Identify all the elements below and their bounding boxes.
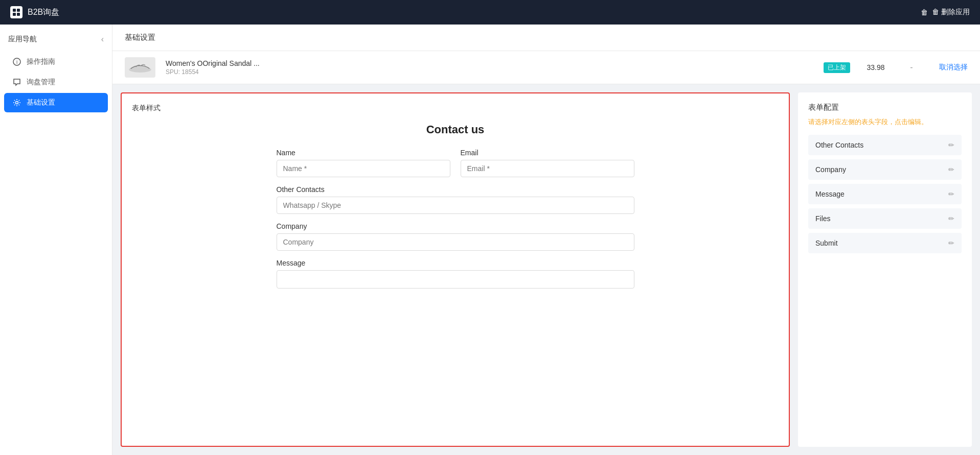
name-field-group: Name xyxy=(277,149,450,177)
svg-point-6 xyxy=(16,102,18,104)
sidebar-header: 应用导航 ‹ xyxy=(0,31,112,48)
message-label: Message xyxy=(277,259,634,267)
email-field-group: Email xyxy=(461,149,634,177)
product-status-badge: 已上架 xyxy=(824,62,850,73)
app-brand: B2B询盘 xyxy=(10,6,59,18)
edit-files-icon[interactable]: ✏ xyxy=(948,214,954,223)
config-item-company[interactable]: Company ✏ xyxy=(808,159,962,180)
edit-message-icon[interactable]: ✏ xyxy=(948,190,954,198)
config-item-files[interactable]: Files ✏ xyxy=(808,208,962,229)
app-title: B2B询盘 xyxy=(28,7,59,18)
name-email-row: Name Email xyxy=(277,149,634,177)
form-heading: Contact us xyxy=(277,123,634,136)
product-image xyxy=(125,57,155,78)
product-bar: Women's OOriginal Sandal ... SPU: 18554 … xyxy=(112,51,980,84)
edit-company-icon[interactable]: ✏ xyxy=(948,165,954,174)
company-label: Company xyxy=(277,222,634,230)
sidebar-item-guide[interactable]: i 操作指南 xyxy=(4,52,108,71)
message-input[interactable] xyxy=(277,270,634,289)
sidebar-item-settings-label: 基础设置 xyxy=(27,98,55,107)
delete-icon: 🗑 xyxy=(921,8,928,16)
config-item-other-contacts-label: Other Contacts xyxy=(815,141,863,149)
main-layout: 应用导航 ‹ i 操作指南 询盘管理 xyxy=(0,25,980,455)
name-label: Name xyxy=(277,149,450,157)
product-name: Women's OOriginal Sandal ... xyxy=(166,59,813,67)
chat-icon xyxy=(12,78,21,87)
config-item-other-contacts[interactable]: Other Contacts ✏ xyxy=(808,135,962,155)
other-contacts-group: Other Contacts xyxy=(277,185,634,214)
email-input[interactable] xyxy=(461,160,634,177)
cancel-selection-button[interactable]: 取消选择 xyxy=(932,63,968,72)
svg-rect-2 xyxy=(13,13,16,16)
split-pane: 表单样式 Contact us Name Email xyxy=(112,92,980,455)
other-contacts-label: Other Contacts xyxy=(277,185,634,194)
product-price: 33.98 xyxy=(860,63,891,71)
config-item-message[interactable]: Message ✏ xyxy=(808,184,962,204)
form-preview-container: 表单样式 Contact us Name Email xyxy=(121,92,790,447)
app-logo-icon xyxy=(10,6,22,18)
section-header: 基础设置 xyxy=(112,25,980,51)
company-input[interactable] xyxy=(277,233,634,251)
section-title: 基础设置 xyxy=(125,33,155,41)
config-item-company-label: Company xyxy=(815,165,846,174)
config-item-files-label: Files xyxy=(815,214,831,223)
right-panel-desc: 请选择对应左侧的表头字段，点击编辑。 xyxy=(808,117,962,127)
svg-rect-3 xyxy=(17,13,20,16)
svg-text:i: i xyxy=(16,59,17,65)
top-navigation: B2B询盘 🗑 🗑 删除应用 xyxy=(0,0,980,25)
config-item-submit-label: Submit xyxy=(815,239,838,247)
svg-rect-0 xyxy=(13,9,16,12)
content-area: 基础设置 Women's OOriginal Sandal ... SPU: 1… xyxy=(112,25,980,455)
other-contacts-input[interactable] xyxy=(277,197,634,214)
guide-icon: i xyxy=(12,57,21,66)
right-panel: 表单配置 请选择对应左侧的表头字段，点击编辑。 Other Contacts ✏… xyxy=(798,92,972,447)
svg-rect-1 xyxy=(17,9,20,12)
product-info: Women's OOriginal Sandal ... SPU: 18554 xyxy=(166,59,813,76)
config-item-message-label: Message xyxy=(815,190,845,198)
sidebar-item-settings[interactable]: 基础设置 xyxy=(4,93,108,112)
product-spu: SPU: 18554 xyxy=(166,68,813,76)
form-section-title: 表单样式 xyxy=(132,104,779,113)
email-label: Email xyxy=(461,149,634,157)
form-preview: Contact us Name Email xyxy=(277,123,634,289)
config-item-submit[interactable]: Submit ✏ xyxy=(808,233,962,253)
right-panel-title: 表单配置 xyxy=(808,103,962,112)
delete-app-label: 🗑 删除应用 xyxy=(932,8,970,17)
sidebar-item-guide-label: 操作指南 xyxy=(27,57,55,66)
product-dash: - xyxy=(901,63,922,72)
edit-other-contacts-icon[interactable]: ✏ xyxy=(948,141,954,149)
sidebar-item-inquiries[interactable]: 询盘管理 xyxy=(4,73,108,92)
sidebar-title: 应用导航 xyxy=(8,35,37,44)
delete-app-button[interactable]: 🗑 🗑 删除应用 xyxy=(921,8,970,17)
gear-icon xyxy=(12,98,21,107)
sidebar: 应用导航 ‹ i 操作指南 询盘管理 xyxy=(0,25,112,455)
name-input[interactable] xyxy=(277,160,450,177)
message-group: Message xyxy=(277,259,634,289)
company-group: Company xyxy=(277,222,634,251)
sidebar-collapse-button[interactable]: ‹ xyxy=(101,35,104,44)
sidebar-item-inquiries-label: 询盘管理 xyxy=(27,78,55,87)
edit-submit-icon[interactable]: ✏ xyxy=(948,239,954,247)
